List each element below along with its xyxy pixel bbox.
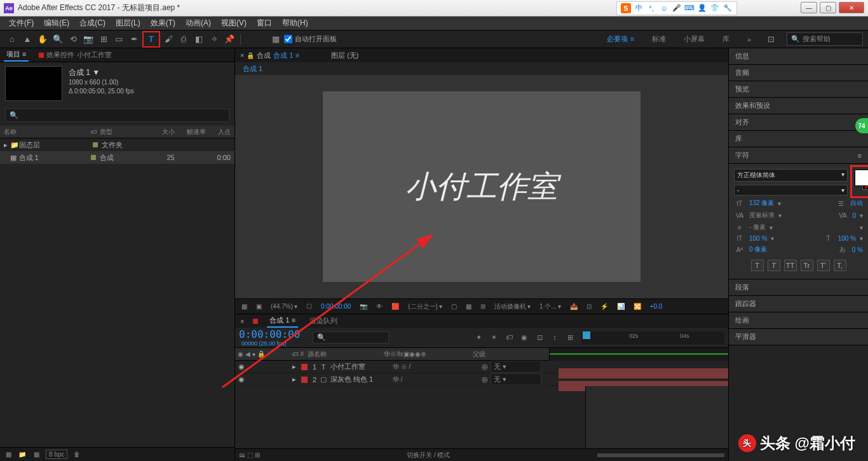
ime-keyboard-icon[interactable]: ⌨ [684,3,695,13]
trash-icon[interactable]: 🗑 [72,450,81,459]
layer-bar[interactable] [559,368,728,378]
leading-input[interactable]: 自动 [850,199,863,208]
green-badge[interactable]: 74 [855,118,868,133]
menu-composition[interactable]: 合成(C) [74,17,111,30]
home-tool-icon[interactable]: ⌂ [5,32,19,46]
timeline-tab-comp1[interactable]: 合成 1 ≡ [267,314,298,328]
ime-lang-icon[interactable]: 中 [634,3,644,13]
minimize-button[interactable]: — [801,2,817,13]
zoom-dropdown[interactable]: (44.7%) ▾ [268,303,300,310]
tsume-input[interactable]: 0 % [852,246,863,253]
comp-dropdown[interactable]: 合成 1 ≡ [273,51,299,60]
tl-icon[interactable]: 🏷 [504,333,514,342]
baseline-input[interactable]: 0 像素 [749,245,767,254]
share-icon[interactable]: 📤 [567,303,580,310]
workspace-essentials[interactable]: 必要项 ≡ [602,33,639,45]
project-tab[interactable]: 项目 ≡ [4,48,29,62]
subscript-button[interactable]: T, [834,260,846,271]
time-display[interactable]: 0:00:00:00 [318,303,353,310]
comp-thumbnail[interactable] [5,66,62,101]
ime-punct-icon[interactable]: °, [646,3,656,13]
views-dropdown[interactable]: 1 个... ▾ [537,302,564,311]
composition-viewer[interactable]: 小付工作室 [235,75,728,298]
grid-icon[interactable]: ▣ [254,303,264,310]
workspace-standard[interactable]: 标准 [647,33,671,45]
bold-button[interactable]: T [751,260,764,271]
panel-audio[interactable]: 音频 [729,65,868,81]
panel-library[interactable]: 库 [729,131,868,147]
brush-tool-icon[interactable]: 🖌 [161,32,175,46]
zoom-tool-icon[interactable]: 🔍 [51,32,65,46]
resolution-dropdown[interactable]: (二分之一) ▾ [405,302,445,311]
tl-close-icon[interactable]: × [240,317,244,325]
pen-tool-icon[interactable]: ✒ [127,32,141,46]
comp-breadcrumb[interactable]: 合成 1 [235,62,728,75]
tl-icon[interactable]: ↕ [550,333,560,342]
ime-toolbar[interactable]: S 中 °, ☺ 🎤 ⌨ 👤 👕 🔧 [616,1,737,15]
camera-dropdown[interactable]: 活动摄像机 ▾ [492,302,533,311]
text-tool-icon[interactable]: T [142,31,160,48]
workspace-library[interactable]: 库 [717,33,735,45]
tl-foot-icon[interactable]: 🖭 ⬚ ⊞ [239,451,260,458]
layer-row-text[interactable]: ◉ ▸ 1 T 小付工作室 华 ※ / ◎ 无 ▾ [235,361,728,373]
lock-icon[interactable]: 🔒 [247,52,254,59]
new-folder-icon[interactable]: 📁 [18,450,27,459]
hand-tool-icon[interactable]: ✋ [36,32,50,46]
ime-mic-icon[interactable]: 🎤 [672,3,682,13]
menu-window[interactable]: 窗口 [252,17,277,30]
transparency-icon[interactable]: ▦ [463,303,474,310]
workspace-small[interactable]: 小屏幕 [679,33,710,45]
tl-icon[interactable]: ✦ [473,333,484,342]
3d-icon[interactable]: ⊞ [478,303,488,310]
toggle-switches-button[interactable]: 切换开关 / 模式 [407,451,450,460]
tl-icon[interactable]: ✴ [489,333,499,342]
panel-preview[interactable]: 预览 [729,81,868,98]
panel-smoother[interactable]: 平滑器 [729,329,868,345]
text-layer-preview[interactable]: 小付工作室 [405,166,558,207]
alpha-icon[interactable]: ▦ [239,303,250,310]
fill-color-swatch[interactable] [855,170,868,186]
orbit-tool-icon[interactable]: ⟲ [66,32,80,46]
auto-open-checkbox[interactable]: 自动打开面板 [284,34,337,44]
maximize-button[interactable]: ▢ [820,2,836,13]
snapshot-icon[interactable]: 📷 [357,303,370,310]
zoom-slider[interactable] [597,453,724,457]
show-snap-icon[interactable]: 👁 [374,303,385,310]
parent-dropdown[interactable]: 无 ▾ [491,361,541,373]
fast-icon[interactable]: ⚡ [598,303,611,310]
italic-button[interactable]: T [768,260,780,271]
camera-tool-icon[interactable]: 📷 [81,32,95,46]
eye-icon[interactable]: ◉ [238,375,245,384]
label-color-icon[interactable] [301,364,308,370]
time-ruler[interactable]: 02s 04s [581,331,724,344]
superscript-button[interactable]: T' [817,260,830,271]
bpc-button[interactable]: 8 bpc [46,450,67,459]
flowchart-icon[interactable]: 🔀 [631,303,644,310]
menu-layer[interactable]: 图层(L) [111,17,146,30]
menu-view[interactable]: 视图(V) [216,17,252,30]
puppet-tool-icon[interactable]: 📌 [222,32,236,46]
tracking-input[interactable]: 0 [852,212,856,219]
search-help-input[interactable]: 🔍 搜索帮助 [787,32,863,46]
roi-icon[interactable]: ▢ [449,303,459,310]
menu-help[interactable]: 帮助(H) [277,17,313,30]
pan-behind-tool-icon[interactable]: ⊞ [97,32,111,46]
channel-icon[interactable]: 🟥 [389,303,402,310]
ime-tool-icon[interactable]: 🔧 [722,3,733,13]
eye-icon[interactable]: ◉ [238,363,245,371]
allcaps-button[interactable]: TT [784,260,797,271]
panel-tracker[interactable]: 跟踪器 [729,296,868,312]
pixel-icon[interactable]: ⊡ [584,303,594,310]
new-comp-icon[interactable]: ▦ [32,450,41,459]
parent-dropdown[interactable]: 无 ▾ [491,373,541,385]
project-row-comp1[interactable]: ▦ 合成 1 合成 25 0:00 [0,151,234,164]
effect-controls-tab[interactable]: 效果控件 小付工作室 [36,49,114,61]
panel-paint[interactable]: 绘画 [729,312,868,329]
font-family-dropdown[interactable]: 方正楷体简体▾ [734,169,848,182]
panel-character-header[interactable]: 字符≡ [729,147,868,164]
project-search-input[interactable]: 🔍 [5,109,229,122]
ime-user-icon[interactable]: 👤 [697,3,707,13]
hscale-input[interactable]: 100 % [838,235,856,242]
clone-tool-icon[interactable]: ⎙ [177,32,191,46]
sync-icon[interactable]: ⊡ [764,32,778,46]
